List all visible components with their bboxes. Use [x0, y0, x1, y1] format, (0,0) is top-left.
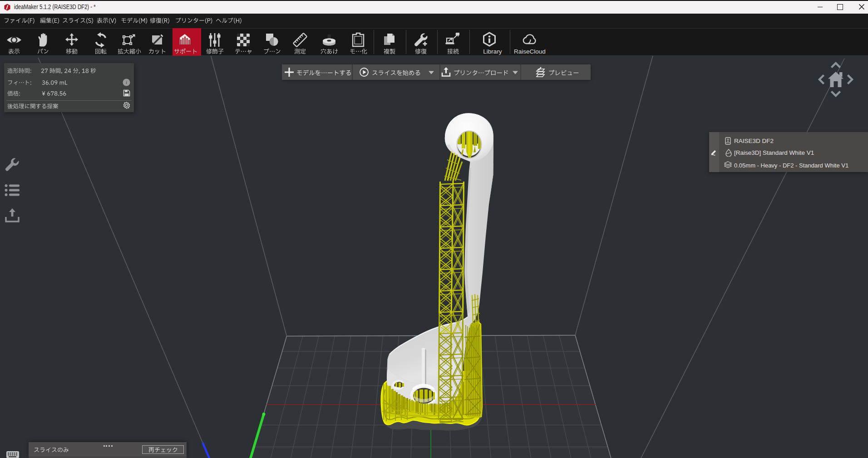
svg-text:i: i	[126, 79, 127, 85]
